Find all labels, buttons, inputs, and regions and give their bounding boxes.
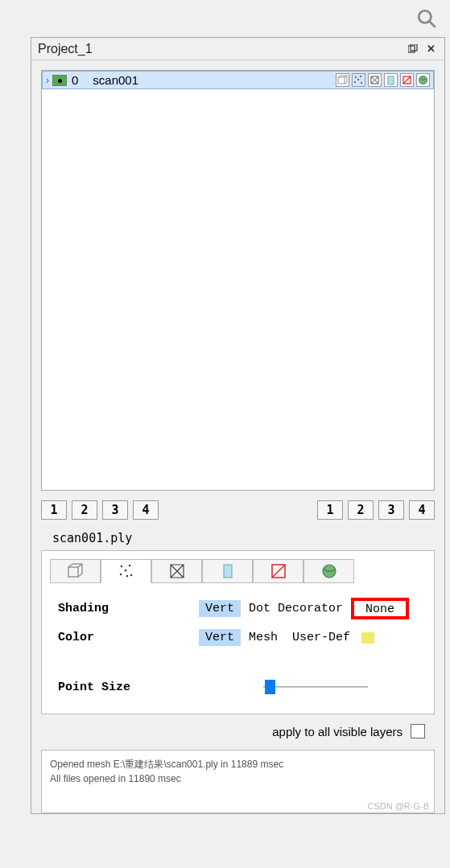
tree-item-name: scan001 [93, 73, 336, 87]
svg-point-10 [355, 76, 357, 78]
shading-option-none[interactable]: None [359, 601, 401, 618]
svg-rect-19 [68, 567, 78, 577]
shading-option-vert[interactable]: Vert [199, 600, 241, 617]
page-btn[interactable]: 3 [378, 500, 404, 520]
svg-rect-4 [338, 77, 345, 84]
svg-point-14 [361, 82, 362, 84]
svg-point-30 [126, 575, 127, 577]
apply-row: apply to all visible layers [41, 724, 425, 738]
color-row: Color Vert Mesh User-Def [50, 629, 426, 646]
color-option-userdef[interactable]: User-Def [286, 629, 357, 646]
color-swatch[interactable] [361, 632, 374, 644]
properties-box: Shading Vert Dot Decorator None Color Ve… [41, 550, 435, 714]
svg-point-28 [119, 574, 121, 575]
log-line: All files opened in 11890 msec [50, 771, 426, 786]
tree-row[interactable]: › 0 scan001 [42, 71, 434, 89]
tab-bbox[interactable] [50, 559, 101, 583]
color-option-mesh[interactable]: Mesh [242, 629, 284, 646]
shading-row: Shading Vert Dot Decorator None [50, 598, 426, 619]
shading-option-dot[interactable]: Dot Decorator [242, 600, 349, 617]
points-icon[interactable] [352, 73, 365, 87]
log-line: Opened mesh E:\重建结果\scan001.ply in 11889… [50, 757, 426, 771]
svg-point-13 [354, 81, 356, 83]
dock-icon[interactable] [406, 42, 420, 56]
page-group-right: 1 2 3 4 [317, 500, 435, 520]
expand-icon[interactable]: › [46, 75, 49, 86]
svg-line-33 [272, 565, 285, 578]
svg-point-12 [357, 79, 359, 80]
svg-point-0 [419, 10, 431, 23]
svg-line-17 [403, 76, 411, 84]
watermark: CSDN @R-G-B [367, 801, 429, 811]
highlight-annotation: None [351, 598, 409, 619]
slider-thumb[interactable] [265, 680, 275, 694]
tab-flat[interactable] [202, 559, 253, 583]
log-output[interactable]: Opened mesh E:\重建结果\scan001.ply in 11889… [41, 750, 435, 813]
page-btn[interactable]: 3 [102, 500, 128, 520]
svg-point-11 [360, 76, 361, 77]
svg-point-29 [130, 574, 131, 576]
page-btn[interactable]: 2 [348, 500, 374, 520]
render-mode-icons [336, 73, 430, 87]
color-label: Color [58, 631, 199, 644]
properties-section: scan001.ply Shading Vert Dot Decorator N… [41, 529, 435, 738]
page-btn[interactable]: 4 [133, 500, 159, 520]
svg-rect-31 [224, 565, 232, 578]
panel-title: Project_1 [38, 42, 403, 56]
page-btn[interactable]: 4 [409, 500, 435, 520]
svg-rect-15 [388, 76, 394, 84]
close-icon[interactable]: ✕ [423, 42, 438, 56]
flat-icon[interactable] [384, 73, 398, 87]
texture-icon[interactable] [416, 73, 430, 87]
shading-label: Shading [58, 602, 199, 615]
svg-line-22 [78, 574, 82, 577]
page-btn[interactable]: 1 [41, 500, 67, 520]
page-btn[interactable]: 2 [72, 500, 97, 520]
apply-checkbox[interactable] [411, 724, 425, 738]
point-size-label: Point Size [58, 681, 199, 694]
project-panel: Project_1 ✕ › 0 scan001 1 2 3 4 [31, 37, 445, 814]
smooth-icon[interactable] [400, 73, 414, 87]
svg-point-25 [120, 566, 122, 567]
svg-point-27 [124, 570, 126, 571]
color-option-vert[interactable]: Vert [199, 629, 241, 646]
svg-point-26 [128, 565, 130, 566]
panel-header: Project_1 ✕ [31, 38, 444, 60]
page-buttons: 1 2 3 4 1 2 3 4 [31, 500, 444, 525]
tab-smooth[interactable] [253, 559, 303, 583]
layer-tree[interactable]: › 0 scan001 [41, 70, 435, 491]
tab-wireframe[interactable] [151, 559, 202, 583]
svg-rect-3 [411, 44, 417, 51]
tab-texture[interactable] [303, 559, 354, 583]
point-size-row: Point Size [50, 680, 426, 694]
wireframe-icon[interactable] [368, 73, 382, 87]
apply-label: apply to all visible layers [272, 725, 403, 738]
svg-rect-2 [408, 46, 415, 52]
page-btn[interactable]: 1 [317, 500, 343, 520]
visibility-icon[interactable] [52, 75, 67, 86]
search-icon[interactable] [416, 8, 437, 29]
svg-line-1 [429, 21, 436, 27]
render-tabs [50, 559, 426, 583]
point-size-slider[interactable] [263, 680, 368, 694]
filename-label: scan001.ply [41, 529, 435, 550]
bbox-icon[interactable] [336, 73, 349, 87]
page-group-left: 1 2 3 4 [41, 500, 159, 520]
tree-item-index: 0 [72, 73, 78, 87]
slider-track [263, 686, 368, 688]
tab-points[interactable] [101, 559, 151, 583]
top-toolbar [0, 0, 450, 37]
